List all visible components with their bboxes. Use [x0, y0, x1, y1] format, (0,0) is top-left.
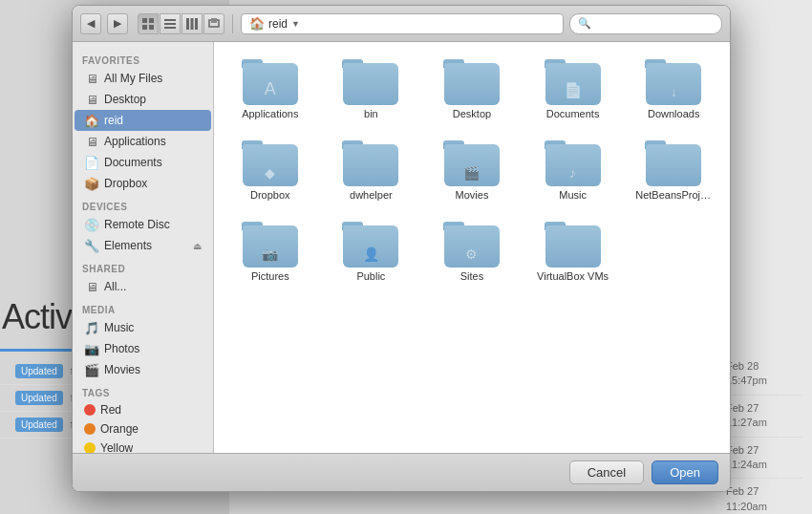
dropbox-folder-icon: ◆: [242, 139, 299, 186]
sidebar-label-tag-red: Red: [100, 403, 121, 417]
documents-icon: 📄: [84, 155, 99, 170]
home-folder-icon: 🏠: [84, 113, 99, 128]
svg-rect-7: [186, 18, 189, 30]
file-item-dropbox[interactable]: ◆ Dropbox: [224, 133, 317, 206]
file-item-downloads[interactable]: ↓ Downloads: [627, 52, 720, 125]
file-item-bin[interactable]: bin: [325, 52, 418, 125]
sidebar-label-applications: Applications: [104, 135, 166, 148]
sidebar-item-all-my-files[interactable]: 🖥 All My Files: [75, 68, 211, 89]
sidebar-label-music: Music: [104, 321, 134, 334]
movies-sidebar-icon: 🎬: [84, 362, 99, 377]
sidebar-item-music[interactable]: 🎵 Music: [75, 317, 211, 338]
section-label-tags: TAGS: [73, 380, 213, 400]
sidebar-item-applications[interactable]: 🖥 Applications: [75, 131, 211, 152]
updated-badge-3: Updated: [15, 418, 63, 432]
sidebar-item-tag-yellow[interactable]: Yellow: [75, 439, 211, 453]
svg-rect-4: [164, 19, 176, 21]
file-item-documents[interactable]: 📄 Documents: [526, 52, 620, 125]
file-label-music: Music: [559, 189, 587, 201]
desktop-icon: 🖥: [84, 92, 99, 107]
timestamp-4: Feb 2711:20am: [726, 479, 802, 514]
view-column-button[interactable]: [182, 13, 203, 34]
file-label-applications: Applications: [242, 108, 298, 119]
svg-rect-11: [211, 18, 217, 23]
dropbox-sidebar-icon: 📦: [84, 176, 99, 191]
view-list-button[interactable]: [160, 13, 181, 34]
sidebar-item-documents[interactable]: 📄 Documents: [75, 152, 211, 173]
applications-folder-icon: A: [242, 57, 299, 105]
sidebar-item-tag-red[interactable]: Red: [75, 400, 211, 419]
sidebar-item-desktop[interactable]: 🖥 Desktop: [75, 89, 211, 110]
shared-icon: 🖥: [84, 279, 99, 294]
section-label-devices: DEVICES: [73, 194, 213, 214]
file-item-applications[interactable]: A Applications: [224, 52, 317, 125]
file-item-music[interactable]: ♪ Music: [526, 133, 620, 206]
timestamps-panel: Feb 2815:47pm Feb 2711:27am Feb 2711:24a…: [726, 353, 802, 514]
file-item-movies[interactable]: 🎬 Movies: [425, 133, 519, 206]
view-cover-button[interactable]: [203, 13, 224, 34]
file-label-desktop: Desktop: [453, 108, 491, 119]
sidebar-item-reid[interactable]: 🏠 reid: [75, 110, 211, 131]
eject-icon[interactable]: ⏏: [193, 241, 202, 251]
location-text: reid: [268, 17, 288, 31]
svg-rect-9: [195, 18, 198, 30]
timestamp-2: Feb 2711:27am: [726, 396, 802, 438]
svg-rect-5: [164, 23, 176, 25]
open-button[interactable]: Open: [652, 460, 718, 484]
sidebar-label-photos: Photos: [104, 342, 139, 355]
sidebar-item-tag-orange[interactable]: Orange: [75, 419, 211, 439]
svg-rect-6: [164, 27, 176, 29]
file-item-virtualbox[interactable]: VirtualBox VMs: [526, 214, 620, 288]
sidebar-label-desktop: Desktop: [104, 93, 146, 106]
finder-bottom-bar: Cancel Open: [73, 453, 730, 491]
svg-rect-3: [149, 25, 154, 30]
svg-rect-1: [149, 18, 154, 23]
file-item-netbeans[interactable]: NetBeansProjects: [627, 133, 720, 206]
file-label-bin: bin: [364, 108, 378, 119]
timestamp-1: Feb 2815:47pm: [726, 353, 802, 396]
bin-folder-icon: [342, 57, 399, 105]
tag-orange-dot: [84, 423, 96, 435]
file-item-public[interactable]: 👤 Public: [325, 214, 418, 288]
file-label-dwhelper: dwhelper: [350, 189, 393, 201]
cancel-button[interactable]: Cancel: [569, 460, 644, 484]
sidebar-item-photos[interactable]: 📷 Photos: [75, 338, 211, 359]
back-button[interactable]: ◀: [80, 13, 101, 34]
sidebar-label-all-my-files: All My Files: [104, 72, 162, 85]
file-label-public: Public: [356, 270, 385, 282]
home-icon: 🏠: [249, 16, 265, 31]
elements-icon: 🔧: [84, 238, 99, 253]
movies-folder-icon: 🎬: [443, 139, 501, 186]
sidebar-item-all-shared[interactable]: 🖥 All...: [75, 276, 211, 297]
pictures-folder-icon: 📷: [242, 220, 299, 268]
file-item-pictures[interactable]: 📷 Pictures: [224, 214, 317, 288]
location-bar[interactable]: 🏠 reid ▼: [241, 13, 564, 34]
desktop-folder-icon: [443, 57, 501, 105]
sidebar-item-remote-disc[interactable]: 💿 Remote Disc: [75, 214, 211, 235]
location-arrow: ▼: [291, 19, 300, 29]
section-label-shared: SHARED: [73, 256, 213, 276]
all-my-files-icon: 🖥: [84, 71, 99, 86]
sidebar-label-remote-disc: Remote Disc: [104, 218, 170, 231]
sidebar-item-movies[interactable]: 🎬 Movies: [75, 359, 211, 380]
updated-badge-2: Updated: [15, 391, 63, 405]
file-label-sites: Sites: [460, 270, 483, 282]
remote-disc-icon: 💿: [84, 217, 99, 232]
file-item-sites[interactable]: ⚙ Sites: [425, 214, 519, 288]
svg-rect-8: [191, 18, 194, 30]
view-icon-button[interactable]: [138, 13, 159, 34]
sidebar-label-documents: Documents: [104, 156, 162, 169]
sidebar-label-tag-orange: Orange: [100, 422, 139, 436]
sidebar-item-dropbox[interactable]: 📦 Dropbox: [75, 173, 211, 194]
search-box[interactable]: 🔍: [569, 13, 722, 34]
forward-button[interactable]: ▶: [107, 13, 128, 34]
music-folder-icon: ♪: [545, 139, 602, 186]
file-label-movies: Movies: [456, 189, 489, 201]
updated-badge-1: Updated: [15, 364, 63, 378]
file-item-desktop[interactable]: Desktop: [425, 52, 519, 125]
file-item-dwhelper[interactable]: dwhelper: [325, 133, 418, 206]
sidebar-label-all-shared: All...: [104, 280, 126, 293]
sidebar-item-elements[interactable]: 🔧 Elements ⏏: [75, 235, 211, 256]
applications-icon: 🖥: [84, 134, 99, 149]
finder-sidebar: FAVORITES 🖥 All My Files 🖥 Desktop 🏠 rei…: [73, 42, 214, 453]
